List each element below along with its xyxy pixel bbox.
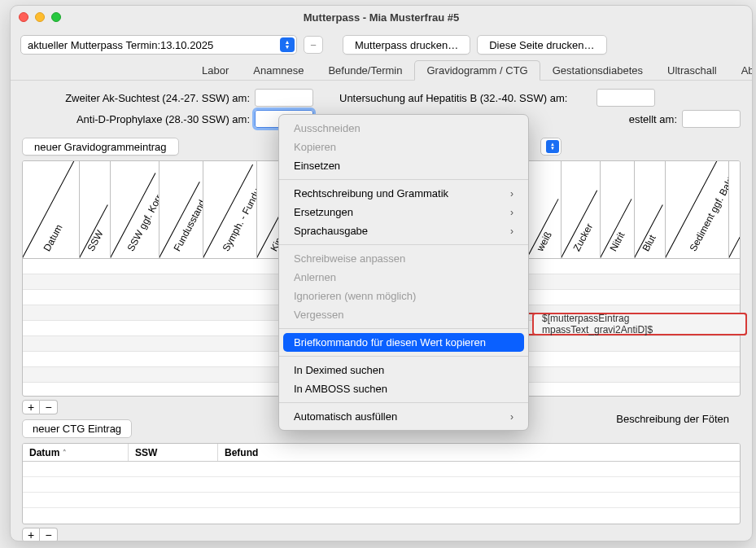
window-title: Mutterpass - Mia Musterfrau #5 [11, 11, 752, 24]
sort-asc-icon: ˄ [63, 449, 67, 457]
foeten-label: Beschreibung der Föten [616, 413, 729, 425]
grav-col-label: Datum [41, 222, 64, 253]
tab-befunde[interactable]: Befunde/Termin [316, 60, 414, 81]
grav-col-header[interactable]: Symph. - Fundusabstand [203, 161, 257, 258]
menu-cut: Ausschneiden [279, 119, 528, 138]
gravido-dropdown[interactable]: ▲▼ [540, 138, 562, 156]
grav-col-label: Nitrit [607, 230, 627, 253]
grav-col-label: SSW [85, 228, 105, 253]
grav-col-label: Blut [640, 233, 658, 253]
menu-speech[interactable]: Sprachausgabe› [279, 221, 528, 240]
menu-spelling[interactable]: Rechtschreibung und Grammatik› [279, 184, 528, 203]
menu-amboss[interactable]: In AMBOSS suchen [279, 379, 528, 398]
chevron-updown-icon: ▲▼ [280, 37, 295, 52]
tab-gravidogramm[interactable]: Gravidogramm / CTG [414, 60, 540, 81]
briefkommando-value-box: $[mutterpassEintrag mpassText_gravi2Anti… [532, 313, 747, 335]
tab-anamnese[interactable]: Anamnese [241, 60, 316, 81]
grav-col-header[interactable]: Nitrit [601, 161, 635, 258]
ak-suchtest-input[interactable] [255, 89, 313, 107]
grav-col-label: weiß [534, 230, 553, 253]
ctg-remove-row-button[interactable]: − [40, 528, 58, 541]
tab-bar: Labor Anamnese Befunde/Termin Gravidogra… [11, 59, 752, 81]
antid-label: Anti-D-Prophylaxe (28.-30 SSW) am: [22, 113, 250, 125]
menu-learn: Anlernen [279, 268, 528, 287]
grav-col-label: Zucker [570, 221, 595, 253]
chevron-right-icon: › [510, 226, 513, 237]
close-window-button[interactable] [19, 12, 28, 22]
ctg-table: Datum˄ SSW Befund [22, 443, 741, 524]
chevron-right-icon: › [510, 207, 513, 218]
zoom-window-button[interactable] [51, 12, 61, 22]
ctg-add-row-button[interactable]: + [22, 528, 40, 541]
estellt-label: estellt am: [629, 113, 677, 125]
chevron-right-icon: › [510, 188, 513, 199]
grav-col-header[interactable]: Zucker [562, 161, 601, 258]
termin-combo-label: aktueller Mutterpass Termin:13.10.2025 [28, 39, 280, 51]
grav-add-row-button[interactable]: + [22, 400, 40, 414]
ctg-col-befund[interactable]: Befund [218, 444, 740, 461]
menu-forget: Vergessen [279, 305, 528, 324]
ctg-col-ssw[interactable]: SSW [129, 444, 218, 461]
chevron-right-icon: › [510, 411, 513, 423]
print-page-button[interactable]: Diese Seite drucken… [477, 35, 606, 55]
grav-col-header[interactable]: Fundusstand [160, 161, 203, 258]
hepb-input[interactable] [596, 89, 655, 107]
grav-col-label: SSW ggf. Korr [125, 193, 160, 253]
remove-termin-button[interactable]: − [304, 36, 323, 54]
tab-gestationsdiabetes[interactable]: Gestationsdiabetes [540, 60, 655, 81]
menu-adjust-case: Schreibweise anpassen [279, 249, 528, 268]
tab-labor[interactable]: Labor [190, 60, 241, 81]
titlebar: Mutterpass - Mia Musterfrau #5 [11, 6, 752, 28]
grav-remove-row-button[interactable]: − [40, 400, 58, 414]
grav-col-header[interactable]: weiter [729, 161, 741, 258]
menu-deximed[interactable]: In Deximed suchen [279, 361, 528, 379]
tab-ultraschall[interactable]: Ultraschall [655, 60, 729, 81]
grav-col-header[interactable]: Sediment ggf. Bakteriolog. Bef. [666, 161, 729, 258]
grav-col-header[interactable]: Blut [635, 161, 666, 258]
context-menu: Ausschneiden Kopieren Einsetzen Rechtsch… [278, 114, 529, 431]
menu-substitutions[interactable]: Ersetzungen› [279, 203, 528, 221]
grav-col-header[interactable]: SSW [80, 161, 111, 258]
ak-suchtest-label: Zweiter Ak-Suchtest (24.-27. SSW) am: [22, 92, 250, 104]
grav-col-header[interactable]: SSW ggf. Korr [111, 161, 160, 258]
menu-paste[interactable]: Einsetzen [279, 156, 528, 175]
grav-col-header[interactable]: weiß [527, 161, 562, 258]
menu-copy: Kopieren [279, 138, 528, 156]
ctg-col-datum[interactable]: Datum˄ [23, 444, 129, 461]
neuer-ctg-button[interactable]: neuer CTG Eintrag [22, 419, 132, 438]
print-mutterpass-button[interactable]: Mutterpass drucken… [343, 35, 470, 55]
minimize-window-button[interactable] [35, 12, 45, 22]
grav-col-label: Symph. - Fundusabstand [220, 161, 257, 253]
menu-ignore: Ignorieren (wenn möglich) [279, 287, 528, 305]
termin-combo[interactable]: aktueller Mutterpass Termin:13.10.2025 ▲… [20, 35, 297, 55]
chevron-updown-icon: ▲▼ [546, 140, 559, 153]
estellt-input[interactable] [682, 110, 741, 128]
menu-autofill[interactable]: Automatisch ausfüllen› [279, 407, 528, 426]
grav-col-header[interactable]: Datum [23, 161, 80, 258]
tab-abschluss[interactable]: Abschlus [729, 60, 753, 81]
hepb-label: Untersuchung auf Hepatitis B (32.-40. SS… [339, 92, 592, 104]
neuer-gravidogramm-button[interactable]: neuer Gravidogrammeintrag [22, 138, 179, 156]
menu-briefkommando[interactable]: Briefkommando für diesen Wert kopieren [283, 333, 524, 352]
